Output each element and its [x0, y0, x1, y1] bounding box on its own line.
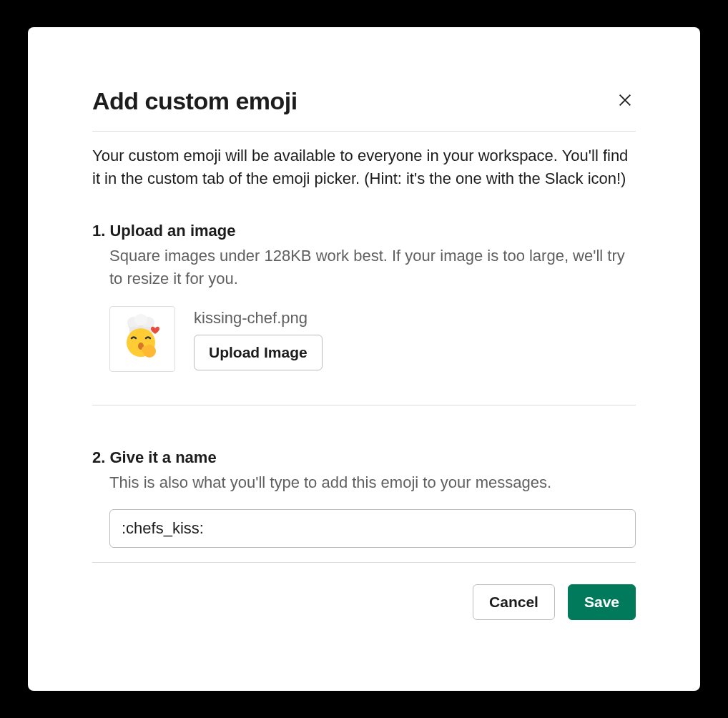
- modal-body: Your custom emoji will be available to e…: [92, 132, 636, 620]
- modal-title: Add custom emoji: [92, 87, 297, 115]
- upload-section: 1. Upload an image Square images under 1…: [92, 222, 636, 372]
- chef-kiss-emoji-icon: [119, 313, 165, 365]
- modal-footer: Cancel Save: [92, 563, 636, 620]
- upload-column: kissing-chef.png Upload Image: [194, 306, 323, 370]
- svg-point-10: [142, 346, 149, 353]
- upload-desc: Square images under 128KB work best. If …: [92, 245, 636, 290]
- upload-image-button[interactable]: Upload Image: [194, 335, 323, 370]
- save-button[interactable]: Save: [568, 584, 636, 620]
- upload-row: kissing-chef.png Upload Image: [92, 306, 636, 372]
- svg-point-5: [134, 314, 147, 325]
- section-divider: [92, 405, 636, 405]
- name-desc: This is also what you'll type to add thi…: [92, 471, 636, 494]
- modal-header: Add custom emoji: [92, 87, 636, 132]
- name-section: 2. Give it a name This is also what you'…: [92, 448, 636, 549]
- emoji-name-input[interactable]: [109, 509, 636, 548]
- close-icon: [617, 92, 633, 110]
- emoji-preview: [109, 306, 175, 372]
- filename-label: kissing-chef.png: [194, 306, 323, 328]
- close-button[interactable]: [614, 89, 636, 113]
- add-emoji-modal: Add custom emoji Your custom emoji will …: [28, 27, 700, 691]
- intro-text: Your custom emoji will be available to e…: [92, 144, 636, 190]
- upload-title: 1. Upload an image: [92, 222, 636, 240]
- name-title: 2. Give it a name: [92, 448, 636, 467]
- cancel-button[interactable]: Cancel: [473, 584, 555, 620]
